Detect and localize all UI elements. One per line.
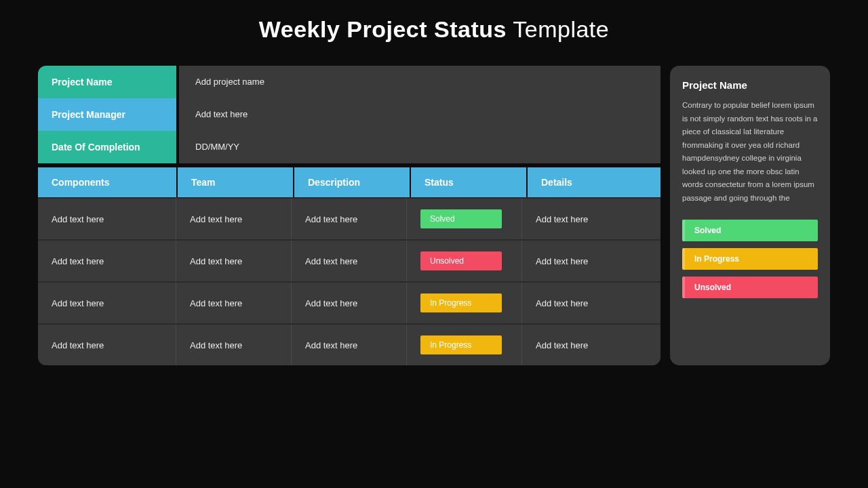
status-badge: Solved [420,209,502,228]
meta-label: Project Name [38,66,176,98]
status-badge: In Progress [420,293,502,312]
side-title: Project Name [682,79,818,91]
table-cell[interactable]: Add text here [522,241,660,281]
legend-item: Unsolved [682,277,818,298]
table-header: ComponentsTeamDescriptionStatusDetails [38,167,660,197]
meta-value[interactable]: Add text here [179,98,660,131]
table-cell[interactable]: Add text here [38,325,176,365]
main-panel: Project NameAdd project nameProject Mana… [38,66,660,365]
table-cell[interactable]: Add text here [292,199,407,239]
meta-row: Project NameAdd project name [38,66,660,98]
meta-row: Project ManagerAdd text here [38,98,660,131]
meta-value[interactable]: DD/MM/YY [179,131,660,163]
meta-value[interactable]: Add project name [179,66,660,98]
table-cell[interactable]: Add text here [292,241,407,281]
table-cell[interactable]: Add text here [38,241,176,281]
table-cell[interactable]: Add text here [176,325,292,365]
table-row: Add text hereAdd text hereAdd text hereS… [38,197,660,239]
table-cell[interactable]: Add text here [522,325,660,365]
table-cell[interactable]: Add text here [176,199,292,239]
status-table: ComponentsTeamDescriptionStatusDetails A… [38,167,660,365]
legend-item: Solved [682,220,818,241]
column-header: Description [294,167,410,197]
table-row: Add text hereAdd text hereAdd text hereI… [38,323,660,365]
meta-label: Date Of Completion [38,131,176,163]
table-cell: In Progress [407,325,522,365]
status-legend: SolvedIn ProgressUnsolved [682,220,818,298]
table-cell: Unsolved [407,241,522,281]
page-title: Weekly Project Status Template [0,0,868,66]
table-cell[interactable]: Add text here [176,241,292,281]
table-row: Add text hereAdd text hereAdd text hereI… [38,281,660,323]
column-header: Details [528,167,660,197]
side-body: Contrary to popular belief lorem ipsum i… [682,99,818,205]
table-row: Add text hereAdd text hereAdd text hereU… [38,239,660,281]
meta-label: Project Manager [38,98,176,131]
table-cell[interactable]: Add text here [292,283,407,323]
meta-row: Date Of CompletionDD/MM/YY [38,131,660,163]
title-bold: Weekly Project Status [259,16,507,42]
table-cell: In Progress [407,283,522,323]
status-badge: Unsolved [420,251,502,270]
title-light: Template [513,16,609,42]
content-wrap: Project NameAdd project nameProject Mana… [0,66,868,365]
side-panel: Project Name Contrary to popular belief … [670,66,830,365]
column-header: Status [411,167,526,197]
table-cell[interactable]: Add text here [292,325,407,365]
status-badge: In Progress [420,336,502,354]
table-cell[interactable]: Add text here [522,283,660,323]
table-cell[interactable]: Add text here [176,283,292,323]
column-header: Components [38,167,176,197]
table-cell[interactable]: Add text here [522,199,660,239]
table-cell: Solved [407,199,522,239]
table-body: Add text hereAdd text hereAdd text hereS… [38,197,660,365]
column-header: Team [178,167,293,197]
table-cell[interactable]: Add text here [38,283,176,323]
legend-item: In Progress [682,248,818,270]
table-cell[interactable]: Add text here [38,199,176,239]
